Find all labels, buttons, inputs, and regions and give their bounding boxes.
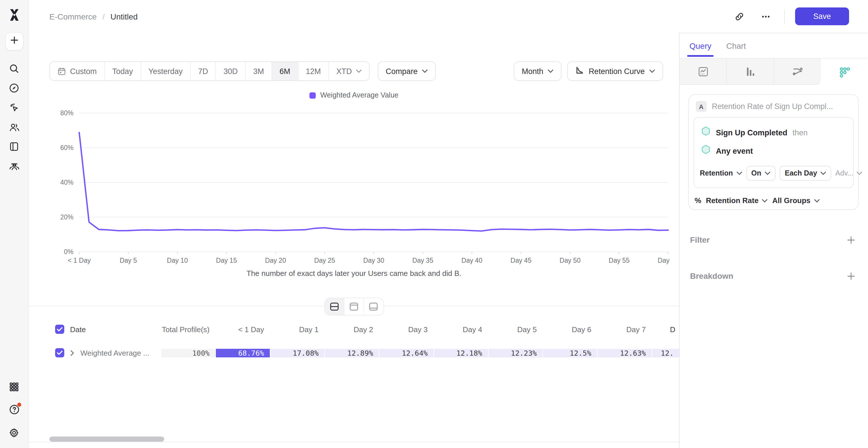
svg-text:Day 15: Day 15 — [216, 257, 237, 264]
cursor-click-icon[interactable] — [4, 98, 24, 117]
table-cell[interactable]: 12.23% — [489, 348, 542, 357]
date-range-label: 6M — [280, 67, 290, 75]
date-column-header[interactable]: Date — [70, 325, 86, 334]
chart-legend[interactable]: Weighted Average Value — [29, 91, 679, 99]
insights-icon[interactable] — [680, 59, 727, 85]
column-header[interactable]: Day 2 — [325, 325, 379, 334]
grid-icon[interactable] — [4, 377, 24, 397]
users-icon[interactable] — [4, 117, 24, 137]
legend-label: Weighted Average Value — [320, 91, 398, 99]
control-adv-dropdown[interactable]: Adv... — [836, 169, 863, 177]
row-expand-chevron-icon[interactable] — [70, 350, 74, 356]
date-range-xtd[interactable]: XTD — [329, 62, 369, 80]
chart-only-view-button[interactable] — [344, 298, 364, 315]
table-cell[interactable]: 12.5% — [543, 348, 597, 357]
granularity-dropdown[interactable]: Month — [514, 61, 562, 81]
select-all-checkbox[interactable] — [55, 325, 64, 334]
column-header[interactable]: Day 7 — [598, 325, 652, 334]
sidebar — [0, 0, 29, 448]
table-cell[interactable]: 12.64% — [379, 348, 433, 357]
tab-query[interactable]: Query — [689, 33, 711, 58]
chevron-down-icon — [857, 172, 863, 175]
plus-icon — [9, 36, 19, 47]
link-icon[interactable] — [732, 8, 747, 24]
event-card: Sign Up Completed then Any event Retenti… — [693, 117, 854, 188]
table-cell[interactable]: 12. — [652, 348, 679, 357]
column-header[interactable]: Day 4 — [434, 325, 488, 334]
new-report-button[interactable] — [5, 32, 23, 50]
plus-icon — [846, 272, 855, 280]
table-cell[interactable]: 100% — [161, 348, 215, 357]
section-filter: Filter — [688, 234, 859, 246]
breadcrumb-separator: / — [102, 12, 105, 21]
table-cell[interactable]: 12.89% — [325, 348, 379, 357]
table-cell[interactable]: 17.08% — [270, 348, 324, 357]
column-header[interactable]: Day 5 — [489, 325, 542, 334]
control-eachday-dropdown[interactable]: Each Day — [780, 166, 832, 181]
notebook-icon[interactable] — [4, 137, 24, 156]
date-range-custom[interactable]: Custom — [50, 62, 105, 80]
table-cell[interactable]: 12.18% — [434, 348, 488, 357]
date-range-yesterday[interactable]: Yesterday — [141, 62, 191, 80]
date-range-today[interactable]: Today — [105, 62, 141, 80]
groups-value: All Groups — [772, 196, 811, 205]
save-button[interactable]: Save — [795, 7, 849, 25]
split-view-button[interactable] — [324, 298, 344, 315]
control-label: Retention — [700, 169, 733, 177]
retention-icon[interactable] — [821, 59, 868, 85]
second-event-row[interactable]: Any event — [700, 142, 847, 160]
add-filter-button[interactable] — [844, 234, 857, 246]
compass-icon[interactable] — [4, 78, 24, 98]
column-header[interactable]: D — [652, 325, 679, 334]
horizontal-scrollbar[interactable] — [50, 437, 164, 442]
mixpanel-logo-icon[interactable] — [7, 7, 22, 22]
column-header[interactable]: < 1 Day — [216, 325, 270, 334]
svg-text:20%: 20% — [60, 213, 73, 221]
date-range-6m[interactable]: 6M — [272, 62, 299, 80]
measure-dropdown[interactable]: Retention Rate — [706, 196, 768, 205]
date-range-3m[interactable]: 3M — [246, 62, 272, 80]
breadcrumb-page[interactable]: Untitled — [111, 12, 138, 21]
breadcrumb-project[interactable]: E-Commerce — [50, 12, 97, 21]
table-row[interactable]: Weighted Average ... 100%68.76%17.08%12.… — [50, 342, 679, 364]
table-cell[interactable]: 12.63% — [598, 348, 652, 357]
section-breakdown: Breakdown — [688, 270, 859, 282]
date-range-30d[interactable]: 30D — [216, 62, 246, 80]
gear-icon[interactable] — [4, 423, 24, 442]
search-icon[interactable] — [4, 59, 24, 78]
groups-dropdown[interactable]: All Groups — [772, 196, 820, 205]
view-toggle-group — [324, 298, 384, 315]
table-cell[interactable]: 68.76% — [216, 348, 270, 357]
section-label: Breakdown — [690, 271, 733, 280]
query-card: A Retention Rate of Sign Up Compl... Sig… — [688, 94, 859, 210]
column-header[interactable]: Day 3 — [379, 325, 433, 334]
help-icon[interactable] — [4, 400, 24, 419]
date-range-group: CustomTodayYesterday7D30D3M6M12MXTD — [50, 61, 370, 81]
tab-chart[interactable]: Chart — [726, 33, 746, 58]
date-range-label: 7D — [198, 67, 208, 75]
compare-button[interactable]: Compare — [378, 61, 436, 81]
chevron-down-icon — [736, 172, 742, 175]
add-breakdown-button[interactable] — [844, 270, 857, 282]
retention-chart[interactable]: 0%20%40%60%80%< 1 DayDay 5Day 10Day 15Da… — [50, 100, 671, 269]
control-on-dropdown[interactable]: On — [746, 166, 776, 181]
app-window: E-Commerce / Untitled Save CustomTodayYe… — [0, 0, 868, 448]
flows-icon[interactable] — [774, 59, 821, 85]
control-retention-dropdown[interactable]: Retention — [700, 169, 742, 177]
report-type-tabs — [680, 58, 867, 85]
column-header[interactable]: Day 6 — [543, 325, 597, 334]
date-range-12m[interactable]: 12M — [298, 62, 329, 80]
funnels-icon[interactable] — [727, 59, 774, 85]
more-icon[interactable] — [758, 8, 774, 24]
first-event-row[interactable]: Sign Up Completed then — [700, 123, 847, 142]
group-icon[interactable] — [4, 156, 24, 175]
query-title[interactable]: Retention Rate of Sign Up Compl... — [712, 102, 833, 111]
chart-type-dropdown[interactable]: Retention Curve — [567, 61, 663, 81]
column-header[interactable]: Total Profile(s) — [161, 325, 215, 334]
table-only-view-button[interactable] — [364, 298, 383, 315]
chart-type-value: Retention Curve — [589, 67, 645, 75]
column-header[interactable]: Day 1 — [270, 325, 324, 334]
date-range-7d[interactable]: 7D — [191, 62, 216, 80]
percent-icon: % — [694, 196, 701, 205]
row-checkbox[interactable] — [55, 348, 64, 357]
